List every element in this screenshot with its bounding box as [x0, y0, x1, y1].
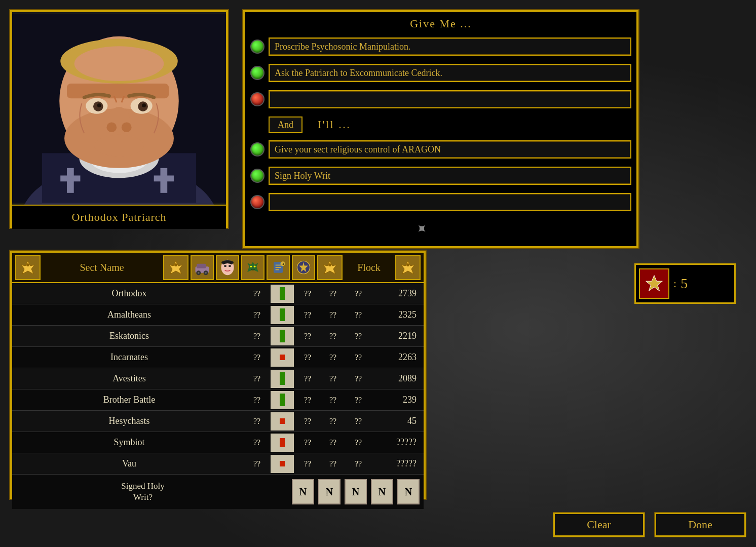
row-stat3: ??: [321, 289, 345, 298]
row-stat3: ??: [321, 396, 345, 405]
col-icon-eagle-4: [395, 255, 421, 280]
table-row[interactable]: Vau ?? ?? ?? ?? ?????: [12, 453, 424, 475]
row-stat3: ??: [321, 310, 345, 320]
row-bar: [271, 370, 294, 388]
row-flock: 45: [371, 416, 422, 426]
svg-point-19: [97, 103, 101, 107]
row-bar: [271, 306, 294, 324]
row-stat3: ??: [321, 353, 345, 362]
svg-point-14: [74, 46, 164, 81]
row-sect-name: Incarnates: [14, 352, 244, 363]
ill-dot-2: [250, 169, 264, 183]
ill-item-2[interactable]: Sign Holy Writ: [250, 165, 631, 187]
give-me-text-1: Proscribe Psychosonic Manipulation.: [269, 37, 631, 56]
holy-writ-label: Signed HolyWrit?: [14, 481, 272, 503]
table-row[interactable]: Avestites ?? ?? ?? ?? 2089: [12, 368, 424, 389]
row-sect-name: Amaltheans: [14, 309, 244, 320]
row-bar: [271, 327, 294, 345]
row-stat1: ??: [245, 353, 269, 362]
row-stat2: ??: [296, 289, 319, 298]
svg-point-37: [229, 265, 231, 267]
row-stat1: ??: [245, 374, 269, 383]
and-box: And: [269, 116, 303, 133]
svg-point-38: [250, 265, 252, 267]
clear-button[interactable]: Clear: [553, 513, 645, 537]
writ-btn-4[interactable]: N: [371, 479, 393, 504]
row-stat2: ??: [296, 396, 319, 405]
give-me-item-3[interactable]: [250, 88, 631, 110]
row-flock: ?????: [371, 437, 422, 448]
col-flock: Flock: [344, 262, 394, 274]
table-row[interactable]: Orthodox ?? ?? ?? ?? 2739: [12, 283, 424, 304]
row-flock: 2325: [371, 309, 422, 320]
ill-text-2: Sign Holy Writ: [269, 167, 631, 185]
row-stat4: ??: [347, 459, 370, 468]
row-stat4: ??: [347, 289, 370, 298]
row-stat1: ??: [245, 289, 269, 298]
svg-point-33: [198, 272, 200, 274]
row-bar: [271, 391, 294, 409]
and-ill-row: And I'll ...: [269, 116, 631, 133]
row-flock: 239: [371, 395, 422, 405]
row-stat2: ??: [296, 459, 319, 468]
give-me-item-2[interactable]: Ask the Patriarch to Excommunicate Cedri…: [250, 62, 631, 84]
table-row[interactable]: Amaltheans ?? ?? ?? ?? 2325: [12, 304, 424, 326]
row-stat1: ??: [245, 438, 269, 447]
writ-btn-5[interactable]: N: [397, 479, 420, 504]
row-stat2: ??: [296, 310, 319, 320]
ill-text: I'll ...: [318, 119, 351, 131]
row-stat4: ??: [347, 310, 370, 320]
table-row[interactable]: Incarnates ?? ?? ?? ?? 2263: [12, 347, 424, 368]
row-bar: [271, 348, 294, 367]
row-stat1: ??: [245, 396, 269, 405]
ill-dot-3: [250, 195, 264, 209]
portrait-panel: Orthodox Patriarch: [10, 10, 228, 228]
svg-point-34: [205, 272, 207, 274]
give-me-title: Give Me ...: [250, 17, 631, 30]
table-row[interactable]: Symbiot ?? ?? ?? ?? ?????: [12, 432, 424, 453]
writ-btn-2[interactable]: N: [318, 479, 341, 504]
row-stat4: ??: [347, 332, 370, 341]
col-icon-symbol: ✦: [267, 255, 290, 280]
row-stat3: ??: [321, 438, 345, 447]
row-stat3: ??: [321, 459, 345, 468]
row-sect-name: Vau: [14, 458, 244, 469]
row-stat2: ??: [296, 438, 319, 447]
negotiation-panel: Give Me ... Proscribe Psychosonic Manipu…: [243, 10, 638, 248]
row-stat4: ??: [347, 353, 370, 362]
ill-item-3[interactable]: [250, 191, 631, 213]
svg-point-27: [26, 263, 29, 266]
table-row[interactable]: Hesychasts ?? ?? ?? ?? 45: [12, 411, 424, 432]
col-sect-name: Sect Name: [42, 262, 162, 274]
row-sect-name: Avestites: [14, 373, 244, 384]
row-flock: 2089: [371, 373, 422, 384]
row-bar: [271, 285, 294, 303]
svg-rect-8: [154, 175, 174, 181]
svg-text:✦: ✦: [282, 262, 285, 266]
give-me-item-1[interactable]: Proscribe Psychosonic Manipulation.: [250, 35, 631, 58]
table-row[interactable]: Eskatonics ?? ?? ?? ?? 2219: [12, 326, 424, 347]
row-stat4: ??: [347, 417, 370, 426]
give-me-text-3: [269, 90, 631, 108]
table-row[interactable]: Brother Battle ?? ?? ?? ?? 239: [12, 389, 424, 411]
resource-value: 5: [681, 276, 688, 292]
table-header: Sect Name: [12, 253, 424, 283]
ill-text-3: [269, 193, 631, 211]
give-me-text-2: Ask the Patriarch to Excommunicate Cedri…: [269, 64, 631, 82]
svg-point-20: [142, 103, 146, 107]
row-stat1: ??: [245, 459, 269, 468]
writ-btn-1[interactable]: N: [292, 479, 314, 504]
status-dot-2: [250, 66, 264, 80]
ill-item-1[interactable]: Give your sect religious control of ARAG…: [250, 138, 631, 161]
table-panel: Sect Name: [10, 251, 426, 499]
writ-btn-3[interactable]: N: [345, 479, 367, 504]
row-stat4: ??: [347, 438, 370, 447]
row-stat2: ??: [296, 417, 319, 426]
done-button[interactable]: Done: [655, 513, 746, 537]
row-stat3: ??: [321, 417, 345, 426]
col-icon-wolf: [241, 255, 264, 280]
col-icon-star: [292, 255, 315, 280]
row-sect-name: Hesychasts: [14, 416, 244, 426]
svg-point-39: [254, 265, 256, 267]
ill-text-1: Give your sect religious control of ARAG…: [269, 140, 631, 159]
